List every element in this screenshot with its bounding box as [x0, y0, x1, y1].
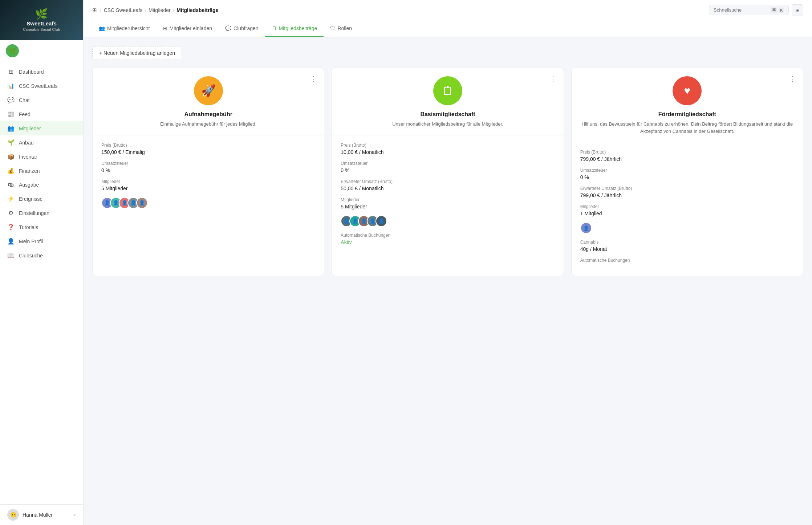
field-value: 40g / Monat	[580, 246, 794, 252]
aufnahmegebur-icon: 🚀	[201, 84, 216, 98]
tutorials-icon: ❓	[7, 224, 15, 231]
tab-label: Mitgliederübersicht	[107, 25, 150, 31]
sidebar-item-label: Ausgabe	[19, 182, 39, 188]
card-aufnahmegebur-header: ⋮ 🚀 Aufnahmegebühr Einmalige Aufnahmegeb…	[93, 68, 324, 135]
field-label: Umsatzsteuer	[101, 161, 315, 166]
field-mitglieder: Mitglieder 5 Mitglieder	[341, 197, 555, 209]
tab-label: Mitgliedsbeiträge	[279, 25, 317, 31]
sidebar-item-feed[interactable]: 📰 Feed	[0, 107, 83, 121]
feed-icon: 📰	[7, 111, 15, 118]
ausgabe-icon: 🛍	[7, 182, 15, 188]
footer-username: Hanna Müller	[23, 512, 53, 518]
mitglieder-icon: 👥	[7, 125, 15, 132]
sidebar-item-label: Mein Profil	[19, 239, 43, 244]
sidebar-item-ausgabe[interactable]: 🛍 Ausgabe	[0, 178, 83, 192]
aufnahmegebur-icon-circle: 🚀	[194, 76, 223, 105]
card-fordermitgliedschaft: ⋮ ♥ Fördermitgliedschaft Hilf uns, das B…	[571, 67, 803, 276]
footer-avatar: 🙂	[7, 509, 19, 521]
card-aufnahmegebur-body: Preis (Brutto) 150,00 € / Einmalig Umsat…	[93, 135, 324, 276]
card-fordermitgliedschaft-menu-button[interactable]: ⋮	[788, 73, 797, 84]
field-label: Preis (Brutto)	[101, 143, 315, 148]
sidebar-item-einstellungen[interactable]: ⚙ Einstellungen	[0, 206, 83, 220]
basismitgliedschaft-icon: 🗒	[442, 84, 454, 98]
search-shortcut: ⌘ K	[771, 7, 784, 13]
field-value: 5 Mitglieder	[101, 186, 315, 191]
sidebar-item-mein-profil[interactable]: 👤 Mein Profil	[0, 234, 83, 248]
sidebar-item-csc-sweetleafs[interactable]: 📊 CSC SweetLeafs	[0, 79, 83, 93]
sidebar-item-label: Chat	[19, 97, 30, 103]
tab-einladen-icon: ⊞	[163, 25, 167, 31]
avatars-row-basis: 👤 👤 👤 👤 👤	[341, 215, 555, 227]
search-kbd-k: K	[779, 8, 784, 13]
field-value: 50,00 € / Monatlich	[341, 186, 555, 191]
field-label: Automatische Buchungen	[580, 258, 794, 263]
breadcrumb-grid-icon: ⊞	[92, 7, 97, 13]
sidebar-item-ereignisse[interactable]: ⚡ Ereignisse	[0, 192, 83, 206]
new-mitgliedsbeitrag-button[interactable]: + Neuen Mitgliedsbeitrag anlegen	[92, 46, 182, 60]
sidebar-item-inventar[interactable]: 📦 Inventar	[0, 150, 83, 164]
field-label: Erwarteter Umsatz (Brutto)	[580, 186, 794, 191]
tab-mitglieder-einladen[interactable]: ⊞ Mitglieder einladen	[157, 20, 219, 37]
sidebar-item-label: CSC SweetLeafs	[19, 83, 58, 89]
sidebar-collapse-button[interactable]: ‹	[74, 512, 76, 518]
logo-subtitle: Cannabis Social Club	[23, 27, 60, 32]
search-box[interactable]: ⌘ K	[709, 5, 789, 15]
topbar: ⊞ › CSC SweetLeafs › Mitglieder › Mitgli…	[84, 0, 812, 20]
ereignisse-icon: ⚡	[7, 195, 15, 202]
sidebar-item-label: Clubsuche	[19, 253, 43, 259]
breadcrumb-sep3: ›	[173, 7, 175, 13]
sidebar-item-chat[interactable]: 💬 Chat	[0, 93, 83, 107]
sidebar-item-anbau[interactable]: 🌱 Anbau	[0, 135, 83, 150]
field-value: 0 %	[101, 167, 315, 173]
field-value: 1 Mitglied	[580, 211, 794, 216]
card-aufnahmegebur-menu-button[interactable]: ⋮	[309, 73, 318, 84]
chat-icon: 💬	[7, 97, 15, 103]
field-preis-brutto: Preis (Brutto) 10,00 € / Monatlich	[341, 143, 555, 155]
field-umsatzsteuer: Umsatzsteuer 0 %	[101, 161, 315, 173]
breadcrumb-sep2: ›	[145, 7, 146, 13]
tab-mitgliedsbeitrage[interactable]: 🗒 Mitgliedsbeiträge	[265, 20, 324, 37]
avatar-5: 👤	[136, 197, 148, 209]
basismitgliedschaft-icon-circle: 🗒	[433, 76, 462, 105]
field-value: 799,00 € / Jährlich	[580, 192, 794, 198]
tab-rollen[interactable]: 🛡 Rollen	[324, 20, 358, 37]
card-basismitgliedschaft-header: ⋮ 🗒 Basismitgliedschaft Unser monatliche…	[332, 68, 563, 135]
sidebar-item-mitglieder[interactable]: 👥 Mitglieder	[0, 121, 83, 135]
anbau-icon: 🌱	[7, 139, 15, 146]
field-umsatzsteuer: Umsatzsteuer 0 %	[341, 161, 555, 173]
breadcrumb-current: Mitgliedsbeiträge	[176, 7, 218, 13]
field-label: Automatische Buchungen	[341, 233, 555, 238]
field-value: 5 Mitglieder	[341, 204, 555, 209]
breadcrumb-csc[interactable]: CSC SweetLeafs	[104, 7, 143, 13]
csc-icon: 📊	[7, 82, 15, 89]
field-mitglieder: Mitglieder 1 Mitglied	[580, 204, 794, 216]
tab-clubfragen[interactable]: 💬 Clubfragen	[219, 20, 265, 37]
clubsuche-icon: 📖	[7, 252, 15, 259]
tab-label: Mitglieder einladen	[170, 25, 212, 31]
finanzen-icon: 💰	[7, 167, 15, 174]
sidebar-item-label: Mitglieder	[19, 126, 41, 131]
avatar: 🌿	[6, 44, 19, 57]
tab-clubfragen-icon: 💬	[225, 25, 231, 31]
sidebar-item-finanzen[interactable]: 💰 Finanzen	[0, 164, 83, 178]
sidebar-item-tutorials[interactable]: ❓ Tutorials	[0, 220, 83, 234]
einstellungen-icon: ⚙	[7, 209, 15, 216]
sidebar-item-clubsuche[interactable]: 📖 Clubsuche	[0, 248, 83, 262]
sidebar-item-label: Ereignisse	[19, 196, 42, 202]
breadcrumb-mitglieder[interactable]: Mitglieder	[149, 7, 171, 13]
tab-mitgliederubersicht[interactable]: 👥 Mitgliederübersicht	[92, 20, 157, 37]
topbar-grid-button[interactable]: ⊞	[792, 4, 803, 16]
sidebar-item-dashboard[interactable]: ⊞ Dashboard	[0, 65, 83, 79]
card-basismitgliedschaft-menu-button[interactable]: ⋮	[548, 73, 558, 84]
card-aufnahmegebur: ⋮ 🚀 Aufnahmegebühr Einmalige Aufnahmegeb…	[92, 67, 324, 276]
sidebar-nav: ⊞ Dashboard 📊 CSC SweetLeafs 💬 Chat 📰 Fe…	[0, 62, 83, 504]
field-value: 150,00 € / Einmalig	[101, 149, 315, 155]
field-automatische-buchungen: Automatische Buchungen Aktiv	[341, 233, 555, 245]
search-input[interactable]	[714, 7, 768, 13]
field-erwarteter-umsatz: Erwarteter Umsatz (Brutto) 799,00 € / Jä…	[580, 186, 794, 198]
breadcrumb: › CSC SweetLeafs › Mitglieder › Mitglied…	[100, 7, 706, 13]
mein-profil-icon: 👤	[7, 238, 15, 245]
field-cannabis: Cannabis 40g / Monat	[580, 240, 794, 252]
field-automatische-buchungen: Automatische Buchungen	[580, 258, 794, 263]
basismitgliedschaft-desc: Unser monatlicher Mitgliedsbeitrag für a…	[392, 121, 503, 128]
